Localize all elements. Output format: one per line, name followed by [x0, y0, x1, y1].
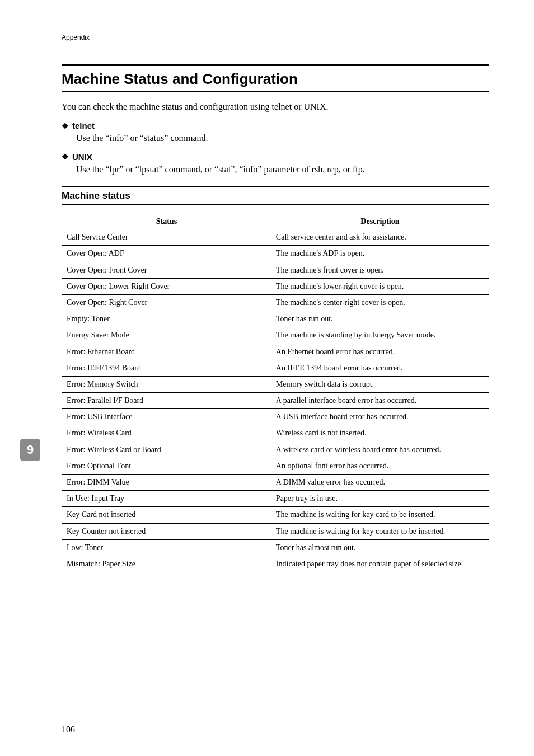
sub-telnet-label: telnet [72, 121, 95, 130]
sub-unix: ❖ UNIX Use the “lpr” or “lpstat” command… [62, 152, 489, 176]
table-row: Call Service CenterCall service center a… [62, 229, 489, 246]
status-cell: Error: Ethernet Board [62, 344, 271, 360]
running-header: Appendix [62, 34, 489, 44]
status-cell: Error: Memory Switch [62, 376, 271, 392]
status-table: Status Description Call Service CenterCa… [62, 214, 489, 572]
diamond-icon: ❖ [62, 122, 69, 130]
description-cell: Call service center and ask for assistan… [271, 229, 489, 246]
status-cell: Low: Toner [62, 539, 271, 556]
table-row: Energy Saver ModeThe machine is standing… [62, 327, 489, 344]
description-cell: The machine's ADF is open. [271, 246, 489, 262]
description-cell: Toner has run out. [271, 311, 489, 327]
description-cell: The machine's front cover is open. [271, 262, 489, 278]
table-row: Error: Wireless CardWireless card is not… [62, 425, 489, 442]
description-cell: An Ethernet board error has occurred. [271, 344, 489, 360]
status-cell: Error: Wireless Card [62, 425, 271, 442]
sub-unix-label: UNIX [72, 152, 92, 162]
status-cell: Cover Open: Right Cover [62, 294, 271, 311]
table-row: Cover Open: Lower Right CoverThe machine… [62, 278, 489, 294]
description-cell: The machine's center-right cover is open… [271, 294, 489, 311]
col-header-description: Description [271, 214, 489, 229]
status-cell: Error: USB Interface [62, 409, 271, 425]
table-row: Cover Open: Right CoverThe machine's cen… [62, 294, 489, 311]
description-cell: Toner has almost run out. [271, 539, 489, 556]
page-number: 106 [62, 725, 75, 735]
table-row: Key Counter not insertedThe machine is w… [62, 523, 489, 539]
description-cell: The machine is waiting for key card to b… [271, 507, 489, 523]
status-cell: Key Counter not inserted [62, 523, 271, 539]
table-row: Error: USB InterfaceA USB interface boar… [62, 409, 489, 425]
table-row: In Use: Input TrayPaper tray is in use. [62, 491, 489, 507]
description-cell: Paper tray is in use. [271, 491, 489, 507]
table-row: Error: DIMM ValueA DIMM value error has … [62, 475, 489, 491]
table-row: Key Card not insertedThe machine is wait… [62, 507, 489, 523]
sub-telnet-head: ❖ telnet [62, 121, 489, 130]
status-cell: Cover Open: Lower Right Cover [62, 278, 271, 294]
status-cell: Empty: Toner [62, 311, 271, 327]
table-row: Cover Open: ADFThe machine's ADF is open… [62, 246, 489, 262]
description-cell: An optional font error has occurred. [271, 458, 489, 474]
status-cell: Error: IEEE1394 Board [62, 360, 271, 376]
description-cell: A parallel interface board error has occ… [271, 393, 489, 409]
status-cell: Error: DIMM Value [62, 475, 271, 491]
description-cell: A USB interface board error has occurred… [271, 409, 489, 425]
chapter-tab: 9 [20, 439, 40, 461]
status-cell: Cover Open: ADF [62, 246, 271, 262]
table-row: Cover Open: Front CoverThe machine's fro… [62, 262, 489, 278]
status-cell: Error: Parallel I/F Board [62, 393, 271, 409]
status-cell: Energy Saver Mode [62, 327, 271, 344]
table-row: Error: Parallel I/F BoardA parallel inte… [62, 393, 489, 409]
status-cell: In Use: Input Tray [62, 491, 271, 507]
table-title: Machine status [62, 186, 489, 205]
table-header-row: Status Description [62, 214, 489, 229]
diamond-icon: ❖ [62, 153, 69, 161]
col-header-status: Status [62, 214, 271, 229]
status-cell: Cover Open: Front Cover [62, 262, 271, 278]
status-cell: Mismatch: Paper Size [62, 556, 271, 572]
description-cell: An IEEE 1394 board error has occurred. [271, 360, 489, 376]
status-cell: Call Service Center [62, 229, 271, 246]
table-row: Error: Ethernet BoardAn Ethernet board e… [62, 344, 489, 360]
table-row: Error: IEEE1394 BoardAn IEEE 1394 board … [62, 360, 489, 376]
sub-telnet: ❖ telnet Use the “info” or “status” comm… [62, 121, 489, 144]
description-cell: The machine is waiting for key counter t… [271, 523, 489, 539]
description-cell: Memory switch data is corrupt. [271, 376, 489, 392]
description-cell: The machine is standing by in Energy Sav… [271, 327, 489, 344]
table-row: Error: Optional FontAn optional font err… [62, 458, 489, 474]
sub-telnet-body: Use the “info” or “status” command. [76, 132, 489, 144]
intro-paragraph: You can check the machine status and con… [62, 102, 489, 112]
table-row: Low: TonerToner has almost run out. [62, 539, 489, 556]
table-row: Mismatch: Paper SizeIndicated paper tray… [62, 556, 489, 572]
status-cell: Key Card not inserted [62, 507, 271, 523]
status-cell: Error: Wireless Card or Board [62, 442, 271, 458]
description-cell: A DIMM value error has occurred. [271, 475, 489, 491]
table-row: Error: Memory SwitchMemory switch data i… [62, 376, 489, 392]
section-title: Machine Status and Configuration [62, 64, 489, 92]
status-cell: Error: Optional Font [62, 458, 271, 474]
description-cell: A wireless card or wireless board error … [271, 442, 489, 458]
description-cell: Indicated paper tray does not contain pa… [271, 556, 489, 572]
table-row: Empty: TonerToner has run out. [62, 311, 489, 327]
table-row: Error: Wireless Card or BoardA wireless … [62, 442, 489, 458]
description-cell: The machine's lower-right cover is open. [271, 278, 489, 294]
description-cell: Wireless card is not inserted. [271, 425, 489, 442]
sub-unix-body: Use the “lpr” or “lpstat” command, or “s… [76, 163, 489, 176]
sub-unix-head: ❖ UNIX [62, 152, 489, 162]
